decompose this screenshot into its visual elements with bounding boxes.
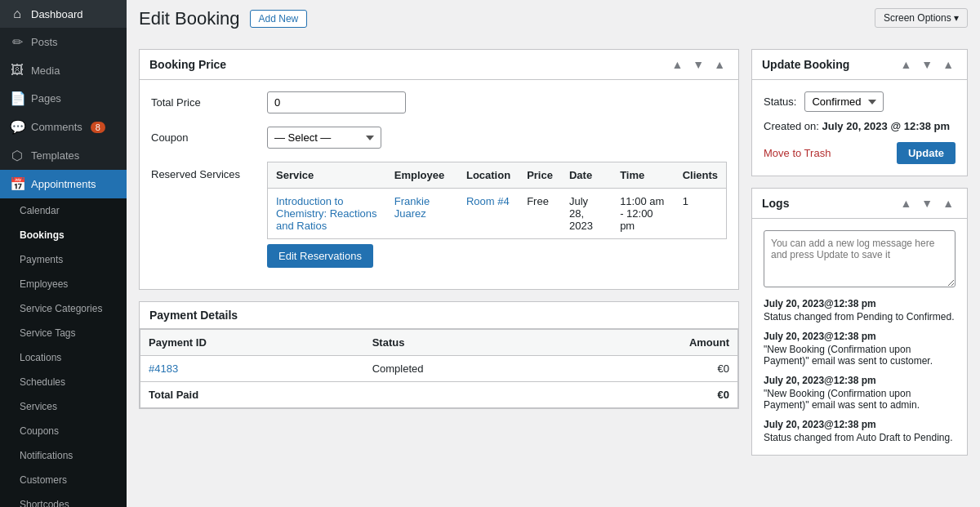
media-icon: 🖼 bbox=[10, 63, 24, 78]
update-panel-close-button[interactable]: ▲ bbox=[939, 56, 957, 73]
sidebar-item-label: Dashboard bbox=[31, 8, 83, 20]
sidebar-item-service-categories[interactable]: Service Categories bbox=[0, 296, 127, 321]
sidebar-item-posts[interactable]: ✏ Posts bbox=[0, 28, 127, 56]
payment-table: Payment ID Status Amount #4183 Completed… bbox=[140, 329, 738, 408]
log-message: Status changed from Pending to Confirmed… bbox=[764, 311, 954, 322]
main-content: Edit Booking Add New Screen Options ▾ Bo… bbox=[127, 0, 980, 507]
sidebar-item-pages[interactable]: 📄 Pages bbox=[0, 84, 127, 113]
payment-details-body: Payment ID Status Amount #4183 Completed… bbox=[140, 329, 738, 408]
sidebar-submenu-label: Service Tags bbox=[20, 327, 75, 339]
sidebar-item-bookings[interactable]: Bookings bbox=[0, 223, 127, 247]
employee-cell: Frankie Juarez bbox=[386, 189, 458, 239]
sidebar-item-coupons[interactable]: Coupons bbox=[0, 419, 127, 443]
status-row: Status: Pending Confirmed Cancelled Comp… bbox=[764, 91, 956, 112]
update-footer: Move to Trash Update bbox=[764, 142, 956, 164]
pages-icon: 📄 bbox=[10, 91, 24, 106]
logs-panel-down-button[interactable]: ▼ bbox=[918, 195, 936, 211]
logs-panel-close-button[interactable]: ▲ bbox=[939, 195, 957, 211]
update-booking-body: Status: Pending Confirmed Cancelled Comp… bbox=[752, 80, 967, 176]
log-entries: July 20, 2023@12:38 pm Status changed fr… bbox=[764, 298, 956, 443]
appointments-icon: 📅 bbox=[10, 176, 24, 192]
page-title: Edit Booking bbox=[139, 8, 240, 29]
sidebar-item-templates[interactable]: ⬡ Templates bbox=[0, 141, 127, 170]
sidebar-item-services[interactable]: Services bbox=[0, 394, 127, 419]
payment-status-cell: Completed bbox=[364, 356, 568, 382]
screen-options-button[interactable]: Screen Options ▾ bbox=[875, 8, 968, 28]
clients-cell: 1 bbox=[675, 189, 727, 239]
reserved-services-label: Reserved Services bbox=[151, 162, 257, 268]
templates-icon: ⬡ bbox=[10, 148, 24, 163]
panel-up-button[interactable]: ▲ bbox=[668, 56, 686, 73]
sidebar-item-shortcodes[interactable]: Shortcodes bbox=[0, 492, 127, 507]
log-message: "New Booking (Confirmation upon Payment)… bbox=[764, 344, 933, 367]
panel-down-button[interactable]: ▼ bbox=[689, 56, 707, 73]
sidebar-submenu-label: Bookings bbox=[20, 229, 65, 241]
log-message: Status changed from Auto Draft to Pendin… bbox=[764, 432, 952, 443]
col-time: Time bbox=[612, 162, 675, 189]
dashboard-icon: ⌂ bbox=[10, 7, 24, 21]
sidebar-item-service-tags[interactable]: Service Tags bbox=[0, 321, 127, 345]
logs-textarea[interactable] bbox=[764, 230, 956, 287]
status-label: Status: bbox=[764, 96, 796, 108]
sidebar-submenu-label: Service Categories bbox=[20, 303, 102, 314]
total-price-label: Total Price bbox=[151, 96, 257, 109]
sidebar-submenu-label: Locations bbox=[20, 352, 61, 363]
sidebar-item-calendar[interactable]: Calendar bbox=[0, 198, 127, 223]
logs-panel-up-button[interactable]: ▲ bbox=[897, 195, 915, 211]
comments-icon: 💬 bbox=[10, 119, 24, 135]
location-link[interactable]: Room #4 bbox=[466, 195, 510, 207]
reserved-services-content: Service Employee Location Price Date Tim… bbox=[267, 162, 727, 268]
col-price: Price bbox=[519, 162, 561, 189]
payment-amount-cell: €0 bbox=[567, 356, 737, 382]
status-select[interactable]: Pending Confirmed Cancelled Completed bbox=[804, 91, 884, 112]
sidebar-submenu-label: Employees bbox=[20, 278, 68, 290]
payment-details-header: Payment Details bbox=[140, 302, 738, 329]
log-message: "New Booking (Confirmation upon Payment)… bbox=[764, 388, 920, 411]
booking-price-body: Total Price Coupon — Select — Reserved S… bbox=[140, 80, 738, 289]
sidebar-item-dashboard[interactable]: ⌂ Dashboard bbox=[0, 0, 127, 28]
sidebar-submenu-label: Payments bbox=[20, 254, 63, 265]
edit-reservations-button[interactable]: Edit Reservations bbox=[267, 244, 373, 268]
sidebar-item-media[interactable]: 🖼 Media bbox=[0, 56, 127, 84]
sidebar-item-employees[interactable]: Employees bbox=[0, 272, 127, 296]
add-new-button[interactable]: Add New bbox=[250, 10, 308, 28]
move-to-trash-link[interactable]: Move to Trash bbox=[764, 147, 831, 159]
sidebar-item-notifications[interactable]: Notifications bbox=[0, 443, 127, 468]
sidebar-submenu-label: Services bbox=[20, 401, 57, 412]
sidebar-item-appointments[interactable]: 📅 Appointments bbox=[0, 170, 127, 198]
payment-id-link[interactable]: #4183 bbox=[149, 362, 178, 375]
sidebar-item-payments[interactable]: Payments bbox=[0, 247, 127, 272]
total-price-input[interactable] bbox=[267, 91, 406, 113]
sidebar-submenu-label: Schedules bbox=[20, 376, 65, 388]
payment-total-row: Total Paid €0 bbox=[140, 382, 738, 408]
sidebar-submenu-label: Coupons bbox=[20, 425, 59, 437]
page-header: Edit Booking Add New bbox=[139, 8, 307, 29]
total-price-row: Total Price bbox=[151, 91, 727, 113]
sidebar-item-schedules[interactable]: Schedules bbox=[0, 370, 127, 394]
service-link[interactable]: Introduction to Chemistry: Reactions and… bbox=[276, 195, 377, 232]
log-time: July 20, 2023@12:38 pm bbox=[764, 375, 956, 386]
panel-close-button[interactable]: ▲ bbox=[710, 56, 728, 73]
payment-col-amount: Amount bbox=[567, 330, 737, 356]
sidebar-item-customers[interactable]: Customers bbox=[0, 468, 127, 492]
table-row: Introduction to Chemistry: Reactions and… bbox=[268, 189, 727, 239]
total-label-cell: Total Paid bbox=[140, 382, 364, 408]
coupon-select[interactable]: — Select — bbox=[267, 127, 381, 149]
date-cell: July 28, 2023 bbox=[561, 189, 612, 239]
col-clients: Clients bbox=[675, 162, 727, 189]
logs-header: Logs ▲ ▼ ▲ bbox=[752, 189, 967, 219]
sidebar-item-comments[interactable]: 💬 Comments 8 bbox=[0, 113, 127, 141]
col-service: Service bbox=[268, 162, 386, 189]
log-time: July 20, 2023@12:38 pm bbox=[764, 331, 956, 342]
employee-link[interactable]: Frankie Juarez bbox=[394, 195, 430, 220]
sidebar-item-label: Media bbox=[31, 64, 60, 77]
payment-details-title: Payment Details bbox=[149, 309, 238, 322]
sidebar-submenu-label: Notifications bbox=[20, 450, 73, 461]
update-booking-title: Update Booking bbox=[762, 58, 849, 71]
update-button[interactable]: Update bbox=[897, 142, 956, 164]
sidebar-item-locations[interactable]: Locations bbox=[0, 345, 127, 370]
update-panel-up-button[interactable]: ▲ bbox=[897, 56, 915, 73]
update-panel-down-button[interactable]: ▼ bbox=[918, 56, 936, 73]
payment-col-status: Status bbox=[364, 330, 568, 356]
log-entry: July 20, 2023@12:38 pm "New Booking (Con… bbox=[764, 375, 956, 411]
